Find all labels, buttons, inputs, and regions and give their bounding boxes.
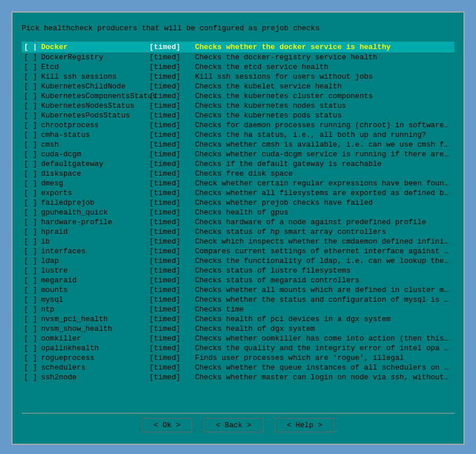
item-desc: Compares current settings of ethernet in…	[195, 247, 452, 256]
item-desc: Checks health of pci devices in a dgx sy…	[195, 315, 452, 323]
list-item[interactable]: [ ] oomkiller [timed] Checks whether oom…	[22, 334, 454, 343]
item-timed: [timed]	[149, 363, 195, 372]
item-name: KubernetesChildNode	[41, 82, 149, 91]
header-timed: [timed]	[149, 43, 195, 51]
item-name: KubernetesNodesStatus	[41, 102, 149, 110]
item-desc: Checks status of megaraid controllers	[195, 276, 452, 285]
item-desc: Checks whether all filesystems are expor…	[195, 189, 452, 197]
item-name: ntp	[41, 305, 149, 314]
item-timed: [timed]	[149, 247, 195, 256]
list-item[interactable]: [ ] Kill ssh sessions [timed] Kill ssh s…	[22, 72, 454, 82]
list-item[interactable]: [ ] Etcd [timed] Checks the etcd service…	[22, 62, 454, 72]
list-item[interactable]: [ ] ntp [timed] Checks time	[22, 305, 454, 314]
list-item[interactable]: [ ] KubernetesChildNode [timed] Checks t…	[22, 82, 454, 91]
item-check: [ ]	[24, 228, 41, 236]
item-check: [ ]	[24, 189, 41, 197]
header-name: Docker	[41, 43, 149, 51]
list-item[interactable]: [ ] KubernetesNodesStatus [timed] Checks…	[22, 101, 454, 111]
item-timed: [timed]	[149, 169, 195, 178]
item-check: [ ]	[24, 160, 41, 168]
list-item[interactable]: [ ] ldap [timed] Checks the functionalit…	[22, 256, 454, 266]
item-timed: [timed]	[149, 354, 195, 362]
item-name: Etcd	[41, 63, 149, 71]
list-header: [ | Docker [timed] Checks whether the do…	[22, 42, 454, 52]
list-container: [ | Docker [timed] Checks whether the do…	[22, 42, 454, 406]
item-check: [ ]	[24, 325, 41, 333]
item-name: hpraid	[41, 228, 149, 236]
item-timed: [timed]	[149, 257, 195, 265]
item-timed: [timed]	[149, 189, 195, 197]
item-name: rogueprocess	[41, 354, 149, 362]
list-item[interactable]: [ ] ib [timed] Check which inspects whet…	[22, 237, 454, 246]
list-item[interactable]: [ ] megaraid [timed] Checks status of me…	[22, 275, 454, 285]
item-desc: Kill ssh sessions for users without jobs	[195, 72, 452, 81]
list-item[interactable]: [ ] failedprejob [timed] Checks whether …	[22, 198, 454, 208]
list-item[interactable]: [ ] dmesg [timed] Check whether certain …	[22, 179, 454, 188]
list-item[interactable]: [ ] lustre [timed] Checks status of lust…	[22, 266, 454, 275]
item-check: [ ]	[24, 179, 41, 188]
help-button[interactable]: < Help >	[275, 418, 334, 432]
list-item[interactable]: [ ] nvsm_show_health [timed] Checks heal…	[22, 324, 454, 334]
list-item[interactable]: [ ] schedulers [timed] Checks whether th…	[22, 363, 454, 372]
item-timed: [timed]	[149, 228, 195, 236]
list-item[interactable]: [ ] KubernetesPodsStatus [timed] Checks …	[22, 111, 454, 120]
list-item[interactable]: [ ] cuda-dcgm [timed] Checks whether cud…	[22, 149, 454, 159]
item-name: hardware-profile	[41, 218, 149, 226]
item-desc: Checks time	[195, 305, 452, 314]
list-body[interactable]: [ ] DockerRegistry [timed] Checks the do…	[22, 52, 454, 383]
list-item[interactable]: [ ] interfaces [timed] Compares current …	[22, 246, 454, 256]
list-item[interactable]: [ ] diskspace [timed] Checks free disk s…	[22, 169, 454, 179]
list-item[interactable]: [ ] mysql [timed] Checks whether the sta…	[22, 295, 454, 305]
item-desc: Check which inspects whether the cmdaemo…	[195, 237, 452, 246]
item-timed: [timed]	[149, 131, 195, 139]
list-item[interactable]: [ ] DockerRegistry [timed] Checks the do…	[22, 52, 454, 62]
list-item[interactable]: [ ] cmha-status [timed] Checks the ha st…	[22, 130, 454, 140]
item-desc: Checks the kubernetes pods status	[195, 111, 452, 120]
list-item[interactable]: [ ] exports [timed] Checks whether all f…	[22, 188, 454, 198]
item-name: exports	[41, 189, 149, 197]
item-desc: Checks the kubernetes nodes status	[195, 102, 452, 110]
list-item[interactable]: [ ] hpraid [timed] Checks status of hp s…	[22, 227, 454, 237]
item-check: [ ]	[24, 82, 41, 91]
item-desc: Checks whether all mounts which are defi…	[195, 286, 452, 294]
item-name: dmesg	[41, 179, 149, 188]
item-desc: Checks status of software raid disk devi…	[195, 383, 452, 383]
item-timed: [timed]	[149, 198, 195, 207]
list-item[interactable]: [ ] opalinkhealth [timed] Checks the qua…	[22, 343, 454, 353]
list-item[interactable]: [ ] swraid [timed] Checks status of soft…	[22, 382, 454, 383]
item-desc: Checks whether cuda-dcgm service is runn…	[195, 150, 452, 159]
item-name: ib	[41, 237, 149, 246]
list-item[interactable]: [ ] cmsh [timed] Checks whether cmsh is …	[22, 140, 454, 149]
item-desc: Checks the functionality of ldap, i.e. c…	[195, 257, 452, 265]
item-timed: [timed]	[149, 295, 195, 304]
item-name: defaultgateway	[41, 160, 149, 168]
item-desc: Checks free disk space	[195, 169, 452, 178]
list-item[interactable]: [ ] defaultgateway [timed] Checks if the…	[22, 159, 454, 169]
item-name: diskspace	[41, 169, 149, 178]
back-button[interactable]: < Back >	[204, 418, 263, 432]
list-item[interactable]: [ ] mounts [timed] Checks whether all mo…	[22, 285, 454, 295]
prompt-text: Pick healthcheck producers that will be …	[22, 22, 454, 35]
item-check: [ ]	[24, 150, 41, 159]
item-check: [ ]	[24, 247, 41, 256]
item-name: mounts	[41, 286, 149, 294]
ok-button[interactable]: < Ok >	[142, 418, 193, 432]
item-timed: [timed]	[149, 121, 195, 129]
item-desc: Checks the quality and the integrity err…	[195, 344, 452, 352]
item-name: ldap	[41, 257, 149, 265]
item-name: Kill ssh sessions	[41, 72, 149, 81]
item-name: lustre	[41, 266, 149, 275]
item-timed: [timed]	[149, 334, 195, 343]
list-item[interactable]: [ ] KubernetesComponentsStatus [timed] C…	[22, 91, 454, 101]
item-check: [ ]	[24, 218, 41, 226]
item-name: cuda-dcgm	[41, 150, 149, 159]
list-item[interactable]: [ ] chrootprocess [timed] Checks for dae…	[22, 120, 454, 130]
item-check: [ ]	[24, 111, 41, 120]
item-timed: [timed]	[149, 344, 195, 352]
list-item[interactable]: [ ] nvsm_pci_health [timed] Checks healt…	[22, 314, 454, 324]
item-name: megaraid	[41, 276, 149, 285]
list-item[interactable]: [ ] ssh2node [timed] Checks whether mast…	[22, 372, 454, 382]
list-item[interactable]: [ ] gpuhealth_quick [timed] Checks healt…	[22, 208, 454, 217]
list-item[interactable]: [ ] hardware-profile [timed] Checks hard…	[22, 217, 454, 227]
list-item[interactable]: [ ] rogueprocess [timed] Finds user proc…	[22, 353, 454, 363]
